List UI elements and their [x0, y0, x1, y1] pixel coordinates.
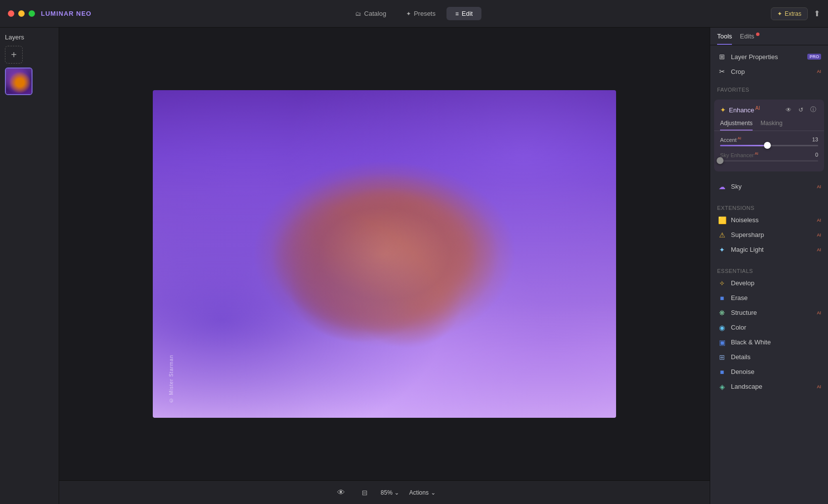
extras-button[interactable]: ✦ Extras [771, 7, 808, 20]
enhance-title: Enhance AI [729, 105, 781, 114]
maximize-button[interactable] [29, 10, 35, 17]
essentials-section: Essentials ✧ Develop ■ Erase ❋ Structure… [710, 261, 828, 398]
tab-tools[interactable]: Tools [717, 33, 732, 45]
enhance-info-btn[interactable]: ⓘ [808, 104, 818, 115]
sky-label: Sky [731, 183, 813, 190]
tab-edits[interactable]: Edits [740, 33, 759, 45]
erase-icon: ■ [717, 294, 727, 302]
enhance-header[interactable]: ✦ Enhance AI 👁 ↺ ⓘ [714, 100, 824, 120]
accent-ai-badge: AI [737, 136, 741, 140]
landscape-item[interactable]: ◈ Landscape AI [717, 379, 821, 394]
titlebar-right: ✦ Extras ⬆ [771, 7, 820, 20]
black-white-icon: ▣ [717, 338, 727, 346]
denoise-icon: ■ [717, 368, 727, 376]
black-white-label: Black & White [731, 338, 821, 346]
titlebar: LUMINAR NEO 🗂 Catalog ✦ Presets ≡ Edit ✦… [0, 0, 828, 28]
supersharp-ai-badge: AI [817, 233, 821, 237]
crop-label: Crop [731, 68, 813, 75]
layer-thumb-inner [6, 68, 32, 94]
split-view-icon: ⊟ [362, 489, 368, 497]
nav-tabs: 🗂 Catalog ✦ Presets ≡ Edit [346, 7, 482, 20]
tab-edit[interactable]: ≡ Edit [447, 7, 482, 20]
extensions-section: Extensions 🟨 Noiseless AI ⚠ Supersharp A… [710, 198, 828, 261]
develop-item[interactable]: ✧ Develop [717, 276, 821, 291]
magic-light-icon: ✦ [717, 246, 727, 254]
layer-properties-icon: ⊞ [717, 53, 727, 61]
develop-label: Develop [731, 279, 821, 287]
app-logo: LUMINAR NEO [41, 10, 92, 17]
edit-icon: ≡ [455, 10, 459, 17]
noiseless-item[interactable]: 🟨 Noiseless AI [717, 213, 821, 228]
tab-catalog-label: Catalog [364, 10, 386, 17]
accent-label: Accent AI [720, 136, 741, 143]
main-area: Layers + © Mister Starman 👁 ⊟ 85% [0, 28, 828, 504]
sky-item[interactable]: ☁ Sky AI [717, 179, 821, 194]
share-icon: ⬆ [814, 9, 820, 18]
right-panel: Tools Edits ⊞ Layer Properties PRO ✂ Cro… [710, 28, 828, 504]
favorites-section: Favorites [710, 83, 828, 96]
details-icon: ⊞ [717, 353, 727, 361]
visibility-toggle-button[interactable]: 👁 [333, 486, 349, 499]
landscape-label: Landscape [731, 383, 813, 390]
sky-enhancer-slider-thumb[interactable] [717, 157, 724, 164]
accent-slider-thumb[interactable] [764, 142, 771, 149]
crop-ai-badge: AI [817, 69, 821, 74]
eye-icon: 👁 [337, 488, 345, 497]
black-white-item[interactable]: ▣ Black & White [717, 335, 821, 350]
catalog-icon: 🗂 [355, 10, 361, 17]
tab-presets-label: Presets [414, 10, 436, 17]
magic-light-label: Magic Light [731, 246, 813, 253]
noiseless-ai-badge: AI [817, 218, 821, 223]
enhance-section: ✦ Enhance AI 👁 ↺ ⓘ [714, 100, 824, 171]
noiseless-label: Noiseless [731, 216, 813, 224]
zoom-selector[interactable]: 85% ⌄ [380, 489, 399, 496]
magic-light-item[interactable]: ✦ Magic Light AI [717, 242, 821, 257]
details-item[interactable]: ⊞ Details [717, 350, 821, 365]
color-icon: ◉ [717, 324, 727, 332]
tab-catalog[interactable]: 🗂 Catalog [346, 7, 395, 20]
magic-light-ai-badge: AI [817, 247, 821, 252]
layer-properties-label: Layer Properties [731, 53, 803, 61]
close-button[interactable] [8, 10, 14, 17]
canvas-area: © Mister Starman 👁 ⊟ 85% ⌄ Actions ⌄ [59, 28, 710, 504]
denoise-label: Denoise [731, 368, 821, 375]
tab-presets[interactable]: ✦ Presets [397, 7, 445, 20]
actions-button[interactable]: Actions ⌄ [409, 489, 435, 496]
panel-layer-properties-section: ⊞ Layer Properties PRO ✂ Crop AI [710, 45, 828, 83]
enhance-tab-masking[interactable]: Masking [760, 120, 783, 131]
sky-enhancer-slider-track[interactable] [720, 160, 818, 162]
color-label: Color [731, 324, 821, 331]
erase-item[interactable]: ■ Erase [717, 291, 821, 305]
favorites-label: Favorites [717, 84, 821, 95]
denoise-item[interactable]: ■ Denoise [717, 365, 821, 379]
supersharp-item[interactable]: ⚠ Supersharp AI [717, 228, 821, 242]
layer-thumbnail[interactable] [5, 67, 33, 95]
minimize-button[interactable] [18, 10, 25, 17]
enhance-controls: Accent AI 13 Sky Enhancer AI [714, 131, 824, 171]
accent-slider-track[interactable] [720, 145, 818, 146]
share-button[interactable]: ⬆ [814, 9, 820, 18]
canvas-toolbar: 👁 ⊟ 85% ⌄ Actions ⌄ [59, 480, 710, 504]
sky-icon: ☁ [717, 183, 727, 191]
accent-value: 13 [812, 136, 818, 142]
essentials-label: Essentials [717, 265, 821, 276]
accent-slider-fill [720, 145, 767, 146]
structure-item[interactable]: ❋ Structure AI [717, 305, 821, 320]
sky-enhancer-control: Sky Enhancer AI 0 [720, 151, 818, 162]
crop-item[interactable]: ✂ Crop AI [717, 64, 821, 79]
zoom-value: 85% [380, 489, 392, 496]
add-layer-button[interactable]: + [5, 46, 23, 64]
photo-watermark: © Mister Starman [169, 355, 174, 403]
enhance-reset-btn[interactable]: ↺ [796, 104, 805, 115]
color-item[interactable]: ◉ Color [717, 320, 821, 335]
split-view-button[interactable]: ⊟ [359, 487, 371, 499]
photo-overlay [153, 90, 616, 418]
enhance-visibility-btn[interactable]: 👁 [784, 104, 794, 115]
landscape-ai-badge: AI [817, 384, 821, 389]
structure-label: Structure [731, 309, 813, 316]
enhance-tab-adjustments[interactable]: Adjustments [720, 120, 753, 131]
edits-badge [756, 33, 759, 36]
sky-enhancer-label: Sky Enhancer AI [720, 151, 759, 158]
info-icon: ⓘ [810, 106, 816, 113]
layer-properties-item[interactable]: ⊞ Layer Properties PRO [717, 49, 821, 64]
